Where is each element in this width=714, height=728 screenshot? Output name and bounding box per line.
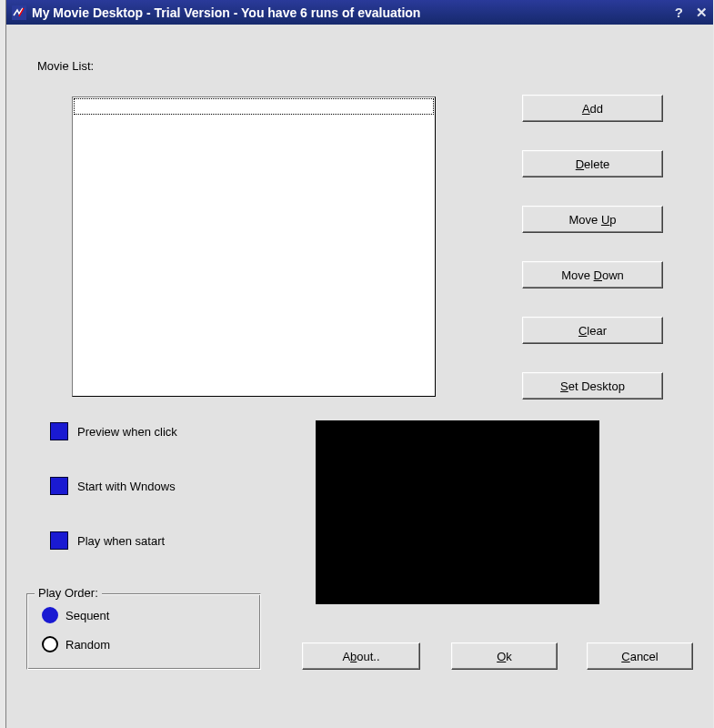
btn-pre: Move xyxy=(568,213,600,227)
btn-u: S xyxy=(560,379,568,393)
titlebar-buttons: ? ✕ xyxy=(675,5,708,21)
btn-u: C xyxy=(621,650,629,663)
btn-pre: Move xyxy=(561,268,593,282)
play-order-group: Play Order: Sequent Random xyxy=(26,593,261,670)
checkbox-label: Preview when click xyxy=(77,425,177,439)
preview-pane xyxy=(316,420,599,604)
btn-u: D xyxy=(576,157,584,171)
set-desktop-button[interactable]: Set Desktop xyxy=(522,372,663,399)
clear-button[interactable]: Clear xyxy=(522,317,663,344)
help-button[interactable]: ? xyxy=(675,5,683,20)
btn-u: O xyxy=(497,650,506,663)
close-button[interactable]: ✕ xyxy=(696,5,708,21)
btn-u: A xyxy=(582,102,590,116)
radio-label: Random xyxy=(65,638,110,652)
btn-post: dd xyxy=(590,102,603,116)
ok-button[interactable]: Ok xyxy=(451,642,558,670)
movie-list[interactable] xyxy=(72,96,436,397)
btn-post: k xyxy=(506,650,512,663)
movie-list-label: Movie List: xyxy=(37,59,94,73)
play-order-legend: Play Order: xyxy=(35,586,102,600)
btn-post: p xyxy=(609,213,616,227)
cancel-button[interactable]: Cancel xyxy=(587,642,693,670)
btn-post: et Desktop xyxy=(568,379,625,393)
start-windows-checkbox[interactable]: Start with Wndows xyxy=(50,477,176,495)
move-down-button[interactable]: Move Down xyxy=(522,261,663,288)
checkbox-label: Play when satart xyxy=(77,534,165,548)
titlebar: My Movie Desktop - Trial Version - You h… xyxy=(6,0,713,25)
btn-u: D xyxy=(594,268,602,282)
client-area: Movie List: Add Delete Move Up Move Down… xyxy=(6,25,713,728)
app-icon xyxy=(12,5,26,20)
btn-u: C xyxy=(578,324,587,338)
btn-pre: A xyxy=(342,650,350,663)
btn-post: lear xyxy=(587,324,607,338)
delete-button[interactable]: Delete xyxy=(522,150,663,177)
about-button[interactable]: About.. xyxy=(302,642,420,670)
move-up-button[interactable]: Move Up xyxy=(522,206,663,233)
checkbox-label: Start with Wndows xyxy=(77,480,176,493)
btn-post: elete xyxy=(584,157,609,171)
add-button[interactable]: Add xyxy=(522,95,663,122)
btn-post: out.. xyxy=(357,650,379,663)
sequent-radio[interactable]: Sequent xyxy=(42,607,109,623)
play-start-checkbox[interactable]: Play when satart xyxy=(50,531,165,550)
preview-checkbox[interactable]: Preview when click xyxy=(50,422,177,440)
checkbox-icon xyxy=(50,422,68,440)
radio-label: Sequent xyxy=(65,609,109,622)
btn-u: U xyxy=(601,213,609,227)
btn-post: ancel xyxy=(630,650,659,663)
radio-icon xyxy=(42,636,58,652)
radio-icon xyxy=(42,607,58,623)
checkbox-icon xyxy=(50,477,68,495)
dialog-window: My Movie Desktop - Trial Version - You h… xyxy=(5,0,713,728)
random-radio[interactable]: Random xyxy=(42,636,110,652)
window-title: My Movie Desktop - Trial Version - You h… xyxy=(32,5,675,20)
checkbox-icon xyxy=(50,531,68,550)
movie-list-header[interactable] xyxy=(74,98,434,115)
btn-post: own xyxy=(602,268,624,282)
